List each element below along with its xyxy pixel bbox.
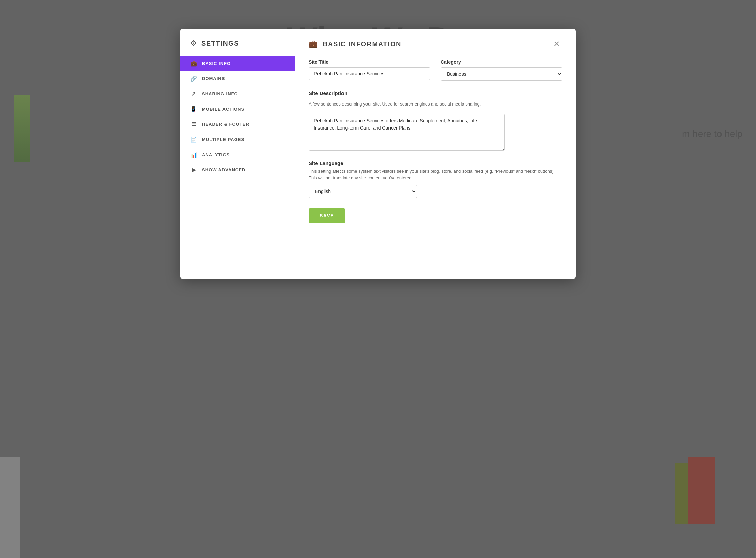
briefcase-icon: 💼 [190, 60, 197, 67]
sidebar-item-header-footer-label: Header & Footer [202, 122, 250, 127]
sidebar-item-sharing-label: Sharing Info [202, 91, 238, 96]
category-select[interactable]: Business Personal Portfolio Blog Other [441, 67, 562, 81]
site-title-group: Site Title [309, 59, 430, 81]
language-hint: This setting affects some system text vi… [309, 168, 562, 181]
modal-header: 💼 Basic Information ✕ [309, 39, 562, 49]
share-icon: ↗ [190, 91, 197, 97]
description-hint: A few sentences describing your site. Us… [309, 101, 562, 108]
description-textarea[interactable]: Rebekah Parr Insurance Services offers M… [309, 114, 505, 151]
sidebar-item-advanced-label: Show Advanced [202, 167, 245, 172]
description-title: Site Description [309, 90, 562, 96]
header-footer-icon: ☰ [190, 121, 197, 127]
analytics-icon: 📊 [190, 152, 197, 158]
sidebar-item-basic-info-label: Basic Info [202, 61, 231, 66]
link-icon: 🔗 [190, 75, 197, 82]
sidebar-item-mobile-label: Mobile Actions [202, 107, 244, 112]
save-button[interactable]: SAVE [309, 208, 345, 223]
close-button[interactable]: ✕ [551, 39, 562, 49]
main-icon: 💼 [309, 40, 318, 48]
sidebar-item-domains[interactable]: 🔗 Domains [180, 71, 295, 86]
sidebar-title: Settings [201, 40, 239, 47]
sidebar-item-mobile-actions[interactable]: 📱 Mobile Actions [180, 101, 295, 117]
description-group: Site Description A few sentences describ… [309, 90, 562, 151]
category-label: Category [441, 59, 562, 65]
sidebar-item-analytics-label: Analytics [202, 152, 230, 157]
site-title-label: Site Title [309, 59, 430, 65]
sidebar-item-sharing-info[interactable]: ↗ Sharing Info [180, 86, 295, 101]
sidebar-item-show-advanced[interactable]: ▶ Show Advanced [180, 162, 295, 178]
sidebar-item-pages-label: Multiple Pages [202, 137, 244, 142]
main-content: 💼 Basic Information ✕ Site Title Categor… [295, 29, 576, 279]
language-select-wrapper: English Spanish French German Italian Po… [309, 185, 417, 198]
sidebar-header: ⚙ Settings [180, 39, 295, 56]
sidebar-item-analytics[interactable]: 📊 Analytics [180, 147, 295, 162]
pages-icon: 📄 [190, 136, 197, 143]
language-select[interactable]: English Spanish French German Italian Po… [309, 185, 417, 198]
category-group: Category Business Personal Portfolio Blo… [441, 59, 562, 81]
sidebar-item-header-footer[interactable]: ☰ Header & Footer [180, 117, 295, 132]
main-title: Basic Information [323, 40, 401, 48]
settings-icon: ⚙ [190, 39, 197, 48]
sidebar-item-domains-label: Domains [202, 76, 225, 81]
settings-modal: ⚙ Settings 💼 Basic Info 🔗 Domains ↗ Shar… [180, 29, 576, 279]
site-title-input[interactable] [309, 67, 430, 80]
settings-sidebar: ⚙ Settings 💼 Basic Info 🔗 Domains ↗ Shar… [180, 29, 295, 279]
sidebar-item-multiple-pages[interactable]: 📄 Multiple Pages [180, 132, 295, 147]
advanced-icon: ▶ [190, 167, 197, 173]
language-title: Site Language [309, 160, 562, 166]
sidebar-item-basic-info[interactable]: 💼 Basic Info [180, 56, 295, 71]
title-category-row: Site Title Category Business Personal Po… [309, 59, 562, 81]
mobile-icon: 📱 [190, 106, 197, 112]
language-section: Site Language This setting affects some … [309, 160, 562, 198]
main-title-row: 💼 Basic Information [309, 40, 401, 48]
